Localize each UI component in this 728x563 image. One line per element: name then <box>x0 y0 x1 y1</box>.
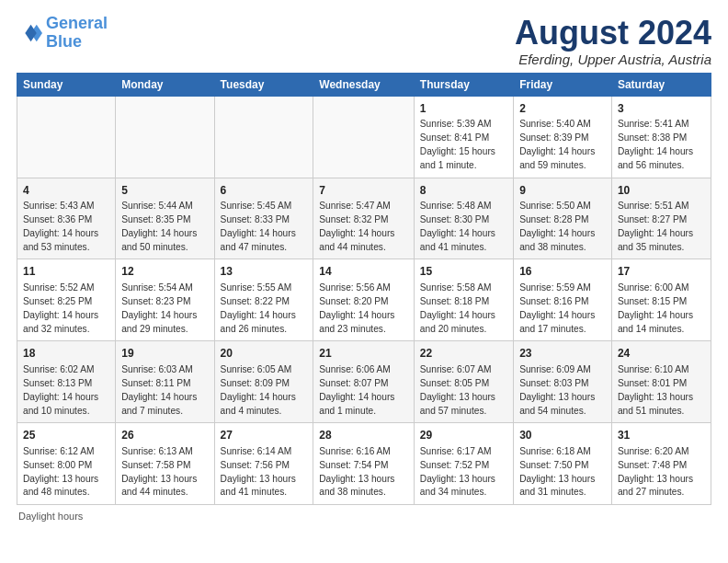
day-number: 3 <box>618 101 705 117</box>
main-title: August 2024 <box>515 15 711 52</box>
calendar-body: 1Sunrise: 5:39 AM Sunset: 8:41 PM Daylig… <box>17 96 711 505</box>
th-monday: Monday <box>116 73 214 96</box>
calendar-cell: 21Sunrise: 6:06 AM Sunset: 8:07 PM Dayli… <box>313 341 415 423</box>
day-number: 26 <box>121 428 208 443</box>
day-info: Sunrise: 5:41 AM Sunset: 8:38 PM Dayligh… <box>618 118 705 172</box>
weekday-header-row: Sunday Monday Tuesday Wednesday Thursday… <box>17 73 711 96</box>
day-info: Sunrise: 5:54 AM Sunset: 8:23 PM Dayligh… <box>121 282 208 336</box>
calendar-week-1: 4Sunrise: 5:43 AM Sunset: 8:36 PM Daylig… <box>17 178 711 259</box>
svg-marker-1 <box>25 24 36 41</box>
logo-icon <box>17 20 42 46</box>
day-info: Sunrise: 6:13 AM Sunset: 7:58 PM Dayligh… <box>121 445 208 500</box>
header: General Blue August 2024 Eferding, Upper… <box>17 15 711 67</box>
calendar-cell: 4Sunrise: 5:43 AM Sunset: 8:36 PM Daylig… <box>17 178 116 259</box>
day-number: 2 <box>519 101 606 117</box>
calendar-cell <box>116 96 214 178</box>
day-number: 19 <box>121 346 208 362</box>
calendar-cell <box>214 96 313 178</box>
day-info: Sunrise: 6:12 AM Sunset: 8:00 PM Dayligh… <box>23 445 109 500</box>
calendar-cell: 30Sunrise: 6:18 AM Sunset: 7:50 PM Dayli… <box>514 423 612 505</box>
day-number: 7 <box>319 183 408 199</box>
day-number: 12 <box>121 264 208 280</box>
day-number: 9 <box>519 183 606 199</box>
day-info: Sunrise: 6:06 AM Sunset: 8:07 PM Dayligh… <box>319 363 408 418</box>
calendar-cell: 5Sunrise: 5:44 AM Sunset: 8:35 PM Daylig… <box>116 178 214 259</box>
day-info: Sunrise: 5:55 AM Sunset: 8:22 PM Dayligh… <box>221 282 308 336</box>
day-info: Sunrise: 6:14 AM Sunset: 7:56 PM Dayligh… <box>221 445 308 500</box>
calendar-cell: 14Sunrise: 5:56 AM Sunset: 8:20 PM Dayli… <box>313 259 415 341</box>
subtitle: Eferding, Upper Austria, Austria <box>515 52 711 67</box>
day-info: Sunrise: 6:07 AM Sunset: 8:05 PM Dayligh… <box>420 363 507 418</box>
day-number: 14 <box>319 264 408 280</box>
day-info: Sunrise: 5:47 AM Sunset: 8:32 PM Dayligh… <box>319 200 408 254</box>
day-number: 4 <box>23 183 109 199</box>
day-number: 11 <box>23 264 109 280</box>
day-info: Sunrise: 5:56 AM Sunset: 8:20 PM Dayligh… <box>319 282 408 336</box>
calendar-cell: 20Sunrise: 6:05 AM Sunset: 8:09 PM Dayli… <box>214 341 313 423</box>
calendar-cell: 24Sunrise: 6:10 AM Sunset: 8:01 PM Dayli… <box>611 341 711 423</box>
day-info: Sunrise: 6:17 AM Sunset: 7:52 PM Dayligh… <box>420 445 507 500</box>
logo-text: General Blue <box>46 15 108 52</box>
day-number: 6 <box>221 183 308 199</box>
calendar-cell: 26Sunrise: 6:13 AM Sunset: 7:58 PM Dayli… <box>116 423 214 505</box>
calendar-cell: 19Sunrise: 6:03 AM Sunset: 8:11 PM Dayli… <box>116 341 214 423</box>
calendar-cell: 11Sunrise: 5:52 AM Sunset: 8:25 PM Dayli… <box>17 259 116 341</box>
day-info: Sunrise: 6:02 AM Sunset: 8:13 PM Dayligh… <box>23 363 109 418</box>
day-number: 16 <box>519 264 606 280</box>
day-info: Sunrise: 5:44 AM Sunset: 8:35 PM Dayligh… <box>121 200 208 254</box>
calendar-week-2: 11Sunrise: 5:52 AM Sunset: 8:25 PM Dayli… <box>17 259 711 341</box>
day-number: 10 <box>618 183 705 199</box>
calendar-week-4: 25Sunrise: 6:12 AM Sunset: 8:00 PM Dayli… <box>17 423 711 505</box>
calendar-cell: 25Sunrise: 6:12 AM Sunset: 8:00 PM Dayli… <box>17 423 116 505</box>
calendar-cell: 23Sunrise: 6:09 AM Sunset: 8:03 PM Dayli… <box>514 341 612 423</box>
th-friday: Friday <box>514 73 612 96</box>
day-info: Sunrise: 5:51 AM Sunset: 8:27 PM Dayligh… <box>618 200 705 254</box>
day-info: Sunrise: 5:40 AM Sunset: 8:39 PM Dayligh… <box>519 118 606 172</box>
day-number: 13 <box>221 264 308 280</box>
calendar-cell: 8Sunrise: 5:48 AM Sunset: 8:30 PM Daylig… <box>414 178 513 259</box>
day-number: 31 <box>618 428 705 443</box>
calendar-cell: 3Sunrise: 5:41 AM Sunset: 8:38 PM Daylig… <box>611 96 711 178</box>
calendar-week-3: 18Sunrise: 6:02 AM Sunset: 8:13 PM Dayli… <box>17 341 711 423</box>
day-info: Sunrise: 5:43 AM Sunset: 8:36 PM Dayligh… <box>23 200 109 254</box>
day-number: 25 <box>23 428 109 443</box>
th-tuesday: Tuesday <box>214 73 313 96</box>
day-number: 23 <box>519 346 606 362</box>
day-info: Sunrise: 6:03 AM Sunset: 8:11 PM Dayligh… <box>121 363 208 418</box>
title-block: August 2024 Eferding, Upper Austria, Aus… <box>515 15 711 67</box>
day-info: Sunrise: 6:09 AM Sunset: 8:03 PM Dayligh… <box>519 363 606 418</box>
calendar-cell: 6Sunrise: 5:45 AM Sunset: 8:33 PM Daylig… <box>214 178 313 259</box>
calendar-cell: 18Sunrise: 6:02 AM Sunset: 8:13 PM Dayli… <box>17 341 116 423</box>
day-info: Sunrise: 6:10 AM Sunset: 8:01 PM Dayligh… <box>618 363 705 418</box>
th-saturday: Saturday <box>611 73 711 96</box>
th-sunday: Sunday <box>17 73 116 96</box>
day-info: Sunrise: 5:52 AM Sunset: 8:25 PM Dayligh… <box>23 282 109 336</box>
calendar-cell: 31Sunrise: 6:20 AM Sunset: 7:48 PM Dayli… <box>611 423 711 505</box>
calendar-cell: 29Sunrise: 6:17 AM Sunset: 7:52 PM Dayli… <box>414 423 513 505</box>
day-number: 30 <box>519 428 606 443</box>
day-info: Sunrise: 5:48 AM Sunset: 8:30 PM Dayligh… <box>420 200 507 254</box>
calendar-cell: 28Sunrise: 6:16 AM Sunset: 7:54 PM Dayli… <box>313 423 415 505</box>
day-number: 27 <box>221 428 308 443</box>
calendar-cell: 13Sunrise: 5:55 AM Sunset: 8:22 PM Dayli… <box>214 259 313 341</box>
day-info: Sunrise: 6:05 AM Sunset: 8:09 PM Dayligh… <box>221 363 308 418</box>
calendar-week-0: 1Sunrise: 5:39 AM Sunset: 8:41 PM Daylig… <box>17 96 711 178</box>
calendar-cell: 17Sunrise: 6:00 AM Sunset: 8:15 PM Dayli… <box>611 259 711 341</box>
calendar-cell: 10Sunrise: 5:51 AM Sunset: 8:27 PM Dayli… <box>611 178 711 259</box>
calendar-cell: 1Sunrise: 5:39 AM Sunset: 8:41 PM Daylig… <box>414 96 513 178</box>
day-info: Sunrise: 6:18 AM Sunset: 7:50 PM Dayligh… <box>519 445 606 500</box>
calendar-cell: 15Sunrise: 5:58 AM Sunset: 8:18 PM Dayli… <box>414 259 513 341</box>
day-number: 5 <box>121 183 208 199</box>
calendar-table: Sunday Monday Tuesday Wednesday Thursday… <box>17 73 711 506</box>
calendar-cell: 22Sunrise: 6:07 AM Sunset: 8:05 PM Dayli… <box>414 341 513 423</box>
logo-blue: Blue <box>46 32 82 51</box>
day-number: 1 <box>420 101 507 117</box>
calendar-cell: 9Sunrise: 5:50 AM Sunset: 8:28 PM Daylig… <box>514 178 612 259</box>
page: General Blue August 2024 Eferding, Upper… <box>0 0 728 563</box>
footer-note: Daylight hours <box>17 511 711 522</box>
calendar-cell: 2Sunrise: 5:40 AM Sunset: 8:39 PM Daylig… <box>514 96 612 178</box>
th-thursday: Thursday <box>414 73 513 96</box>
calendar-cell: 7Sunrise: 5:47 AM Sunset: 8:32 PM Daylig… <box>313 178 415 259</box>
day-number: 28 <box>319 428 408 443</box>
day-number: 20 <box>221 346 308 362</box>
